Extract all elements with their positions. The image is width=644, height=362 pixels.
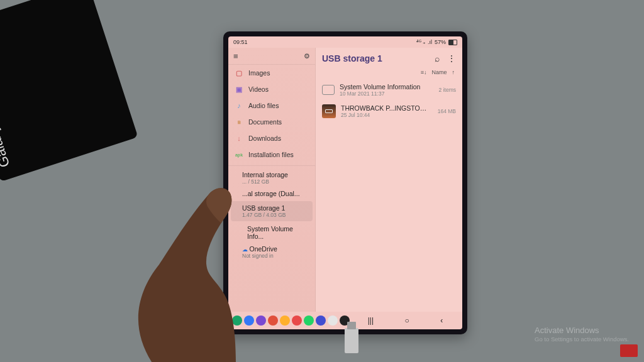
battery-icon [448,40,457,45]
file-size: 164 MB [434,108,456,114]
sort-dir-icon[interactable]: ↑ [452,69,455,75]
product-box-label: Galaxy Z Fold6 [0,75,13,170]
status-battery: 57% [435,39,446,45]
sidebar-item-downloads[interactable]: ↓Downloads [228,130,315,146]
recents-button[interactable]: ||| [368,316,374,325]
storage-item[interactable]: ...al storage (Dual... [228,187,315,200]
dock-app-icon[interactable] [256,315,266,326]
dock-app-icon[interactable] [244,315,254,326]
apk-icon: apk [235,150,243,159]
dock-app-icon[interactable] [328,315,338,326]
folder-icon [322,85,335,95]
back-button[interactable]: ‹ [440,316,443,325]
storage-title: ☁ OneDrive [242,245,309,253]
audio-thumbnail [322,104,336,118]
sidebar-item-label: Documents [248,118,282,126]
home-button[interactable]: ○ [405,316,409,325]
file-meta: THROWBACK P...INGSTON].mp325 Jul 10:44 [341,104,429,118]
file-row[interactable]: System Volume Information10 Mar 2021 11:… [316,79,462,101]
tablet-screen: 09:51 ⁴ᴳ ₊ .ıl 57% ≡ ⚙ ▢Images▣Videos♪Au… [228,36,462,329]
status-time: 09:51 [233,39,248,45]
music-icon: ♪ [235,101,243,110]
dock-app-icon[interactable] [232,315,242,326]
watermark-subtitle: Go to Settings to activate Windows. [535,336,629,343]
sidebar-item-videos[interactable]: ▣Videos [228,81,315,97]
storage-title: Internal storage [242,171,309,178]
sidebar-item-audio-files[interactable]: ♪Audio files [228,97,315,114]
video-icon: ▣ [235,85,243,94]
app-dock [232,315,350,326]
watermark-title: Activate Windows [535,326,629,336]
dock-app-icon[interactable] [304,315,314,326]
file-size: 2 items [435,87,456,93]
storage-item[interactable]: ☁ OneDriveNot signed in [228,243,315,261]
page-title: USB storage 1 [322,53,382,63]
file-name: THROWBACK P...INGSTON].mp3 [341,104,429,112]
sort-bar[interactable]: ≡↓ Name ↑ [316,69,462,79]
storage-title: System Volume Info... [247,225,309,240]
image-icon: ▢ [235,69,243,77]
file-meta: System Volume Information10 Mar 2021 11:… [340,83,430,97]
file-row[interactable]: THROWBACK P...INGSTON].mp325 Jul 10:4416… [316,101,462,122]
search-icon[interactable]: ⌕ [435,54,440,63]
sidebar-item-label: Audio files [248,102,279,109]
dock-app-icon[interactable] [316,315,326,326]
status-bar: 09:51 ⁴ᴳ ₊ .ıl 57% [228,36,462,48]
sidebar-divider [228,165,315,166]
storage-item[interactable]: USB storage 11.47 GB / 4.03 GB [231,201,313,221]
sort-mode-icon[interactable]: ≡↓ [421,69,427,75]
settings-icon[interactable]: ⚙ [304,53,310,60]
sidebar-item-label: Installation files [248,151,294,158]
storage-subtitle: ... / 512 GB [242,178,309,185]
download-icon: ↓ [235,134,243,143]
storage-title: USB storage 1 [242,204,308,212]
storage-subtitle: 1.47 GB / 4.03 GB [242,212,308,218]
dock-app-icon[interactable] [268,315,278,326]
hamburger-icon[interactable]: ≡ [233,52,238,60]
file-date: 25 Jul 10:44 [341,112,429,118]
dock-app-icon[interactable] [280,315,290,326]
storage-title: ...al storage (Dual... [242,190,309,197]
sidebar: ≡ ⚙ ▢Images▣Videos♪Audio files🗎Documents… [228,48,316,312]
windows-watermark: Activate Windows Go to Settings to activ… [535,326,629,343]
product-box-decor: Galaxy Z Fold6 [0,0,138,182]
sidebar-item-label: Downloads [248,134,281,142]
sort-label[interactable]: Name [431,69,447,75]
storage-item[interactable]: System Volume Info... [228,222,315,243]
tablet-frame: 09:51 ⁴ᴳ ₊ .ıl 57% ≡ ⚙ ▢Images▣Videos♪Au… [223,31,467,334]
file-name: System Volume Information [340,83,430,90]
sidebar-item-images[interactable]: ▢Images [228,65,315,81]
usb-adapter-decor [345,328,358,353]
sidebar-item-label: Images [248,69,270,77]
channel-logo [620,344,638,357]
sidebar-item-documents[interactable]: 🗎Documents [228,114,315,130]
document-icon: 🗎 [235,118,243,126]
sidebar-item-installation-files[interactable]: apkInstallation files [228,146,315,163]
sidebar-item-label: Videos [248,85,269,93]
nav-dock-bar: ||| ○ ‹ [228,312,462,329]
storage-subtitle: Not signed in [242,253,309,259]
dock-app-icon[interactable] [292,315,302,326]
file-date: 10 Mar 2021 11:37 [340,90,430,97]
status-signal-icon: ⁴ᴳ ₊ .ıl [416,39,432,45]
storage-item[interactable]: Internal storage... / 512 GB [228,168,315,187]
onedrive-icon: ☁ [242,246,250,253]
content-pane: USB storage 1 ⌕ ⋮ ≡↓ Name ↑ System Volum… [316,48,462,312]
more-icon[interactable]: ⋮ [447,54,456,63]
